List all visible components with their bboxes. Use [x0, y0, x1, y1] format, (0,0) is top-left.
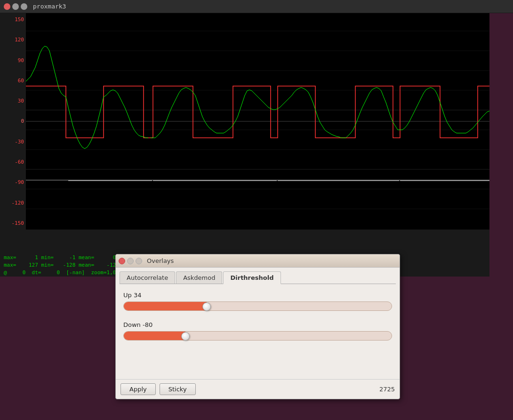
sticky-button[interactable]: Sticky — [160, 383, 196, 395]
dialog-title: Overlays — [147, 257, 174, 264]
y-label-90: 90 — [18, 58, 24, 63]
window-title: proxmark3 — [33, 3, 66, 10]
slider-up-label: Up 34 — [123, 292, 392, 299]
y-axis: 150 120 90 60 30 0 -30 -60 -90 -120 -150 — [0, 13, 26, 230]
title-bar: proxmark3 — [0, 0, 513, 13]
y-label-n30: -30 — [15, 139, 24, 144]
y-label-150: 150 — [15, 17, 24, 22]
dialog-close-button[interactable] — [119, 258, 125, 264]
tab-dirthreshold[interactable]: Dirthreshold — [223, 271, 281, 284]
dialog-content: Autocorrelate Askdemod Dirthreshold Up 3… — [116, 268, 400, 379]
window-close-button[interactable] — [4, 3, 10, 10]
tab-autocorrelate[interactable]: Autocorrelate — [120, 271, 175, 284]
y-label-0: 0 — [21, 119, 24, 124]
slider-up-section: Up 34 — [120, 288, 396, 311]
scope-canvas[interactable] — [26, 13, 489, 230]
slider-down-fill — [124, 332, 185, 340]
y-label-60: 60 — [18, 78, 24, 83]
slider-up-thumb[interactable] — [202, 302, 211, 311]
footer-buttons: Apply Sticky — [120, 383, 196, 395]
scope-svg — [26, 13, 489, 230]
y-label-120: 120 — [15, 37, 24, 42]
scope-wrapper: 150 120 90 60 30 0 -30 -60 -90 -120 -150 — [0, 13, 489, 253]
window-min-button[interactable] — [12, 3, 19, 10]
slider-down-label: Down -80 — [123, 321, 392, 328]
slider-up-fill — [124, 302, 207, 310]
y-label-n120: -120 — [12, 200, 24, 206]
spacer — [120, 347, 396, 375]
y-label-30: 30 — [18, 98, 24, 103]
tab-askdemod[interactable]: Askdemod — [176, 271, 222, 284]
footer-number: 2725 — [379, 386, 395, 393]
dialog-max-button[interactable] — [136, 258, 142, 264]
dialog-footer: Apply Sticky 2725 — [116, 379, 400, 399]
overlays-dialog: Overlays Autocorrelate Askdemod Dirthres… — [115, 254, 400, 399]
slider-down-thumb[interactable] — [181, 332, 190, 341]
slider-up-track[interactable] — [123, 301, 392, 311]
dialog-title-bar: Overlays — [116, 254, 400, 268]
window-max-button[interactable] — [21, 3, 27, 10]
dialog-min-button[interactable] — [127, 258, 134, 264]
apply-button[interactable]: Apply — [120, 383, 156, 395]
slider-down-track[interactable] — [123, 331, 392, 341]
tab-bar: Autocorrelate Askdemod Dirthreshold — [120, 271, 396, 284]
y-label-n60: -60 — [15, 159, 24, 165]
slider-down-section: Down -80 — [120, 317, 396, 341]
y-label-n150: -150 — [12, 221, 24, 226]
window-controls[interactable] — [4, 3, 27, 10]
y-label-n90: -90 — [15, 180, 24, 185]
